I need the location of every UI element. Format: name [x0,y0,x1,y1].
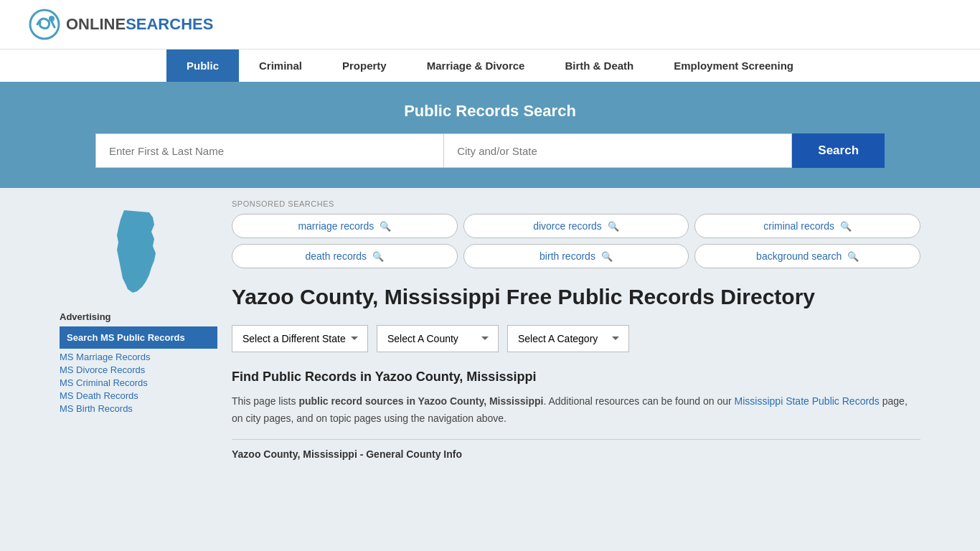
sponsored-link-birth[interactable]: birth records [540,250,595,262]
nav-employment[interactable]: Employment Screening [654,50,814,82]
sponsored-link-background[interactable]: background search [756,250,842,262]
state-map [60,207,217,300]
nav-property[interactable]: Property [322,50,407,82]
sponsored-grid: marriage records 🔍 divorce records 🔍 cri… [232,214,920,268]
nav-criminal[interactable]: Criminal [239,50,322,82]
search-form: Search [95,133,885,168]
sponsored-item-criminal[interactable]: criminal records 🔍 [694,214,920,238]
sidebar-link-birth[interactable]: MS Birth Records [60,403,217,414]
search-button[interactable]: Search [792,133,885,168]
sponsored-item-marriage[interactable]: marriage records 🔍 [232,214,458,238]
location-input[interactable] [443,133,792,168]
nav-birth-death[interactable]: Birth & Death [545,50,654,82]
ms-records-link[interactable]: Mississippi State Public Records [735,395,880,407]
sponsored-link-criminal[interactable]: criminal records [763,220,834,232]
svg-point-0 [30,10,59,39]
advertising-section: Advertising Search MS Public Records MS … [60,311,217,414]
sidebar-link-divorce[interactable]: MS Divorce Records [60,364,217,375]
search-icon: 🔍 [608,221,619,232]
general-info-heading: Yazoo County, Mississippi - General Coun… [232,439,920,460]
logo-icon [29,9,60,40]
sponsored-link-marriage[interactable]: marriage records [298,220,374,232]
site-header: ONLINESEARCHES [0,0,980,49]
advertising-label: Advertising [60,311,217,322]
sidebar-link-criminal[interactable]: MS Criminal Records [60,377,217,388]
main-content: SPONSORED SEARCHES marriage records 🔍 di… [232,199,920,460]
mississippi-map [103,207,174,300]
search-icon: 🔍 [840,221,852,232]
sidebar-link-marriage[interactable]: MS Marriage Records [60,352,217,362]
nav-public[interactable]: Public [166,50,239,82]
sponsored-item-divorce[interactable]: divorce records 🔍 [463,214,689,238]
sidebar-link-death[interactable]: MS Death Records [60,390,217,401]
desc-bold1: public record sources in Yazoo County, M… [298,395,543,407]
desc-text1: This page lists [232,395,298,407]
ad-highlight-link[interactable]: Search MS Public Records [60,326,217,349]
sponsored-item-death[interactable]: death records 🔍 [232,244,458,268]
sponsored-item-birth[interactable]: birth records 🔍 [463,244,689,268]
sponsored-label: SPONSORED SEARCHES [232,199,920,208]
sponsored-item-background[interactable]: background search 🔍 [694,244,920,268]
search-banner: Public Records Search Search [0,82,980,188]
name-input[interactable] [95,133,443,168]
main-container: Advertising Search MS Public Records MS … [45,188,935,471]
logo-text: ONLINESEARCHES [66,15,213,34]
county-dropdown[interactable]: Select A County [377,325,499,352]
state-dropdown[interactable]: Select a Different State [232,325,368,352]
find-heading: Find Public Records in Yazoo County, Mis… [232,369,920,385]
nav-marriage-divorce[interactable]: Marriage & Divorce [407,50,545,82]
search-icon: 🔍 [601,251,613,262]
sponsored-link-death[interactable]: death records [306,250,367,262]
category-dropdown[interactable]: Select A Category [507,325,629,352]
sponsored-section: SPONSORED SEARCHES marriage records 🔍 di… [232,199,920,268]
page-title: Yazoo County, Mississippi Free Public Re… [232,283,920,311]
search-icon: 🔍 [372,251,384,262]
search-icon: 🔍 [847,251,859,262]
desc-text2: . Additional resources can be found on o… [543,395,734,407]
sidebar: Advertising Search MS Public Records MS … [60,199,217,460]
dropdowns-row: Select a Different State Select A County… [232,325,920,352]
sponsored-link-divorce[interactable]: divorce records [533,220,602,232]
search-icon: 🔍 [380,221,391,232]
description-text: This page lists public record sources in… [232,393,920,428]
search-banner-title: Public Records Search [29,102,951,121]
logo[interactable]: ONLINESEARCHES [29,9,213,40]
main-nav: Public Criminal Property Marriage & Divo… [0,49,980,82]
